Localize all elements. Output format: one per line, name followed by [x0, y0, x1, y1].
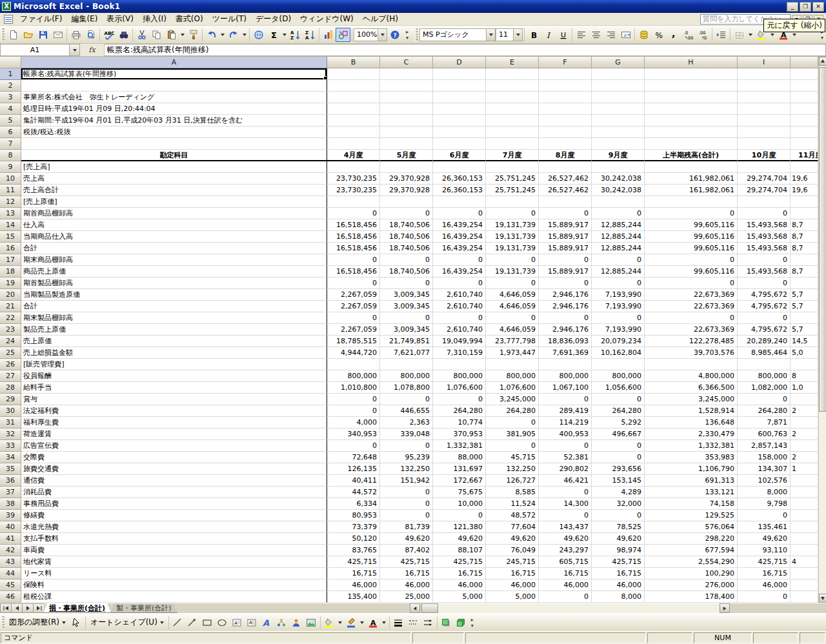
cell[interactable]: 39,703,576: [645, 347, 738, 359]
cell[interactable]: 0: [433, 394, 486, 405]
cell[interactable]: 15,889,917: [539, 231, 592, 243]
cell[interactable]: [327, 161, 380, 173]
cell[interactable]: 0: [539, 440, 592, 452]
horizontal-scroll-track[interactable]: [438, 603, 720, 613]
research-icon[interactable]: [116, 28, 131, 42]
cell[interactable]: [592, 359, 645, 370]
cell[interactable]: 153,145: [592, 475, 645, 487]
cell[interactable]: [486, 80, 539, 92]
cell[interactable]: 50,120: [327, 533, 380, 545]
cell[interactable]: 576,064: [645, 521, 738, 533]
cell[interactable]: 276,000: [645, 579, 738, 591]
cell[interactable]: [380, 126, 433, 138]
cell-A6[interactable]: 税抜/税込:税抜: [21, 126, 327, 138]
cell[interactable]: 19,131,739: [486, 243, 539, 254]
align-left-icon[interactable]: [574, 28, 589, 42]
cell[interactable]: 18,740,506: [380, 243, 433, 254]
row-header-11[interactable]: 11: [0, 185, 21, 196]
cell[interactable]: 48,572: [486, 510, 539, 521]
cell[interactable]: [738, 138, 791, 150]
cell[interactable]: 243,297: [539, 545, 592, 556]
cell[interactable]: 677,594: [645, 545, 738, 556]
cell[interactable]: 4,646,059: [486, 289, 539, 301]
cell[interactable]: 4,000: [327, 417, 380, 428]
row-header-13[interactable]: 13: [0, 208, 21, 219]
cell[interactable]: [592, 103, 645, 115]
cell[interactable]: 46,421: [539, 475, 592, 487]
cell[interactable]: [791, 115, 818, 126]
menu-item-7[interactable]: ウィンドウ(W): [296, 12, 358, 26]
chart-wizard-icon[interactable]: [321, 28, 336, 42]
cell[interactable]: 0: [738, 591, 791, 603]
cell[interactable]: 3,009,345: [380, 324, 433, 336]
cell[interactable]: 1,528,914: [645, 405, 738, 417]
cell[interactable]: [327, 80, 380, 92]
cell[interactable]: 264,280: [433, 405, 486, 417]
cell[interactable]: 293,656: [592, 463, 645, 475]
cell[interactable]: [791, 103, 818, 115]
row-header-42[interactable]: 42: [0, 545, 21, 556]
cell[interactable]: 18,740,506: [380, 266, 433, 277]
row-header-20[interactable]: 20: [0, 289, 21, 301]
cell[interactable]: 8,985,464: [738, 347, 791, 359]
cell[interactable]: 5,7: [791, 324, 818, 336]
column-header-F[interactable]: F: [539, 57, 592, 68]
cell-A46[interactable]: 租税公課: [21, 591, 327, 603]
hyperlink-icon[interactable]: [251, 28, 266, 42]
cell[interactable]: 16,715: [592, 568, 645, 579]
row-header-31[interactable]: 31: [0, 417, 21, 428]
cell[interactable]: 0: [738, 394, 791, 405]
cell[interactable]: 15,889,917: [539, 219, 592, 231]
column-header-E[interactable]: E: [486, 57, 539, 68]
indent-icon[interactable]: [714, 28, 729, 42]
cell[interactable]: 99,605,116: [645, 231, 738, 243]
line-color-dropdown-icon[interactable]: [359, 616, 366, 630]
cell[interactable]: 0: [380, 498, 433, 510]
cell[interactable]: 1,332,381: [433, 440, 486, 452]
cell[interactable]: [486, 138, 539, 150]
cell[interactable]: 26,527,462: [539, 173, 592, 185]
cell[interactable]: 0: [592, 510, 645, 521]
cell[interactable]: 0: [380, 254, 433, 266]
cell[interactable]: 0: [645, 277, 738, 289]
cell[interactable]: 1,078,800: [380, 382, 433, 394]
cell[interactable]: 16,715: [539, 568, 592, 579]
horizontal-scrollbar[interactable]: [410, 603, 730, 613]
cell[interactable]: 7,871: [738, 417, 791, 428]
cell[interactable]: [645, 196, 738, 208]
cell[interactable]: 16,715: [380, 568, 433, 579]
cell[interactable]: 134,307: [738, 463, 791, 475]
fill-color-dropdown-icon[interactable]: [337, 616, 344, 630]
cell[interactable]: [791, 161, 818, 173]
merge-center-icon[interactable]: a: [618, 28, 633, 42]
cell-A32[interactable]: 荷造運賃: [21, 428, 327, 440]
picture-icon[interactable]: [304, 616, 319, 630]
email-icon[interactable]: [50, 28, 65, 42]
cell[interactable]: 52,381: [539, 452, 592, 463]
cell[interactable]: 0: [539, 208, 592, 219]
cell[interactable]: 126,135: [327, 463, 380, 475]
cell[interactable]: 264,280: [486, 405, 539, 417]
cell[interactable]: 2,610,740: [433, 289, 486, 301]
cell-A23[interactable]: 製品売上原価: [21, 324, 327, 336]
cell-A21[interactable]: 合計: [21, 301, 327, 312]
bold-icon[interactable]: B: [526, 28, 541, 42]
cell[interactable]: [433, 115, 486, 126]
row-header-32[interactable]: 32: [0, 428, 21, 440]
cell[interactable]: 23,730,235: [327, 173, 380, 185]
cell[interactable]: 381,905: [486, 428, 539, 440]
cell[interactable]: [433, 196, 486, 208]
cell[interactable]: 4,795,672: [738, 289, 791, 301]
cell[interactable]: 49,620: [380, 533, 433, 545]
cell[interactable]: 1,0: [791, 382, 818, 394]
row-header-45[interactable]: 45: [0, 579, 21, 591]
pointer-icon[interactable]: [69, 616, 84, 630]
row-header-43[interactable]: 43: [0, 556, 21, 568]
cell-A19[interactable]: 期首製品棚卸高: [21, 277, 327, 289]
cell[interactable]: 2,267,059: [327, 301, 380, 312]
cell[interactable]: [592, 68, 645, 80]
cell[interactable]: 4,646,059: [486, 324, 539, 336]
cell[interactable]: 80,953: [327, 510, 380, 521]
cell[interactable]: 425,715: [380, 556, 433, 568]
cell[interactable]: [791, 417, 818, 428]
